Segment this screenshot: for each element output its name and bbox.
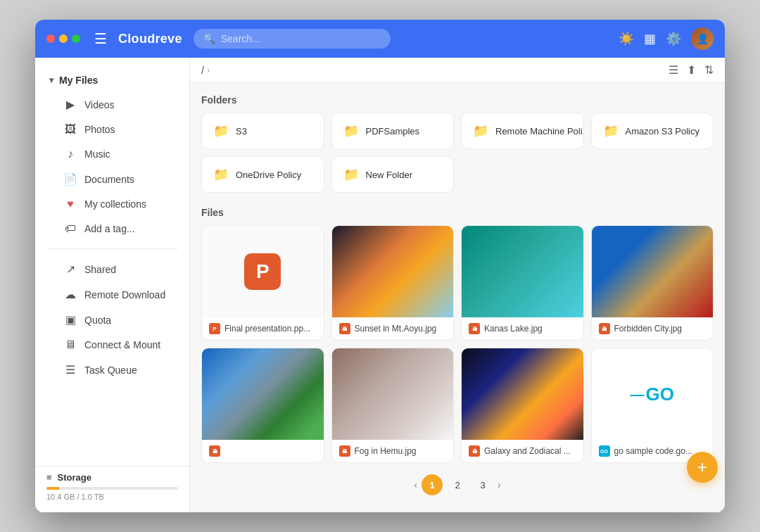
folder-icon: 📁 [213, 167, 229, 182]
sidebar-item-videos[interactable]: ▶ Videos [41, 92, 184, 117]
settings-icon[interactable]: ⚙️ [666, 31, 681, 46]
file-item[interactable]: 🏔 Fog in Hemu.jpg [331, 348, 455, 463]
ppt-badge: P [209, 323, 220, 334]
sidebar-item-remote-download[interactable]: ☁ Remote Download [41, 282, 184, 307]
sort-icon[interactable]: ⇅ [704, 63, 714, 77]
img-badge: 🏔 [599, 323, 610, 334]
file-thumbnail [332, 226, 454, 317]
folder-name: PDFSamples [366, 126, 420, 137]
next-page-button[interactable]: › [498, 479, 501, 490]
add-button[interactable]: + [687, 452, 718, 483]
file-name: Fog in Hemu.jpg [355, 446, 417, 456]
folder-item[interactable]: 📁 S3 [201, 113, 324, 149]
files-section-title: Files [201, 207, 714, 218]
folder-item[interactable]: 📁 New Folder [331, 156, 455, 193]
folder-name: Amazon S3 Policy [626, 126, 700, 137]
folder-item[interactable]: 📁 Amazon S3 Policy [591, 113, 714, 149]
close-button[interactable] [46, 34, 55, 43]
img-badge: 🏔 [339, 323, 350, 334]
minimize-button[interactable] [59, 34, 68, 43]
prev-page-button[interactable]: ‹ [414, 479, 417, 490]
sidebar-item-label: Task Queue [84, 365, 137, 376]
utility-section: ↗ Shared ☁ Remote Download ▣ Quota 🖥 Con… [35, 253, 189, 386]
go-badge: GO [599, 445, 610, 457]
toolbar-icons: ☰ ⬆ ⇅ [669, 63, 714, 77]
go-logo: —GO [631, 384, 674, 405]
folder-item[interactable]: 📁 Remote Machine Poli... [461, 113, 584, 149]
theme-icon[interactable]: ☀️ [619, 31, 634, 46]
sidebar-item-tag[interactable]: 🏷 Add a tag... [41, 217, 184, 241]
content-toolbar: / › ☰ ⬆ ⇅ [190, 58, 725, 83]
share-icon: ↗ [63, 262, 77, 276]
folder-icon: 📁 [213, 123, 229, 139]
file-item[interactable]: 🏔 Forbidden City.jpg [591, 225, 714, 341]
img-badge: 🏔 [469, 445, 480, 457]
search-input[interactable] [221, 33, 381, 44]
maximize-button[interactable] [72, 34, 80, 43]
sidebar-item-connect-mount[interactable]: 🖥 Connect & Mount [41, 333, 184, 357]
file-name: Galaxy and Zodiacal ... [484, 446, 571, 456]
file-name: Kanas Lake.jpg [484, 324, 543, 334]
file-item[interactable]: —GO GO go sample code.go... [591, 348, 714, 463]
folder-icon: 📁 [343, 167, 359, 182]
my-files-label: My Files [59, 75, 98, 86]
main-layout: ▾ My Files ▶ Videos 🖼 Photos ♪ Music 📄 [35, 58, 725, 512]
sidebar-item-music[interactable]: ♪ Music [41, 142, 184, 166]
folder-item[interactable]: 📁 PDFSamples [331, 113, 455, 149]
sidebar-item-quota[interactable]: ▣ Quota [41, 308, 184, 332]
heart-icon: ♥ [63, 198, 77, 210]
file-name: Forbidden City.jpg [614, 324, 683, 334]
file-item[interactable]: 🏔 Kanas Lake.jpg [461, 225, 584, 341]
sidebar-item-label: Remote Download [84, 289, 165, 300]
page-1-button[interactable]: 1 [422, 474, 443, 495]
content-area: / › ☰ ⬆ ⇅ Folders 📁 S3 📁 [190, 58, 725, 512]
sidebar-item-documents[interactable]: 📄 Documents [41, 167, 184, 191]
ppt-icon: P [244, 253, 281, 290]
main-window: ☰ Cloudreve 🔍 ☀️ ▦ ⚙️ 👤 ▾ My Files ▶ Vid… [35, 20, 725, 512]
page-2-button[interactable]: 2 [447, 474, 468, 495]
task-icon: ☰ [63, 363, 77, 376]
traffic-lights [46, 34, 80, 43]
quota-icon: ▣ [63, 313, 77, 327]
sidebar-item-shared[interactable]: ↗ Shared [41, 257, 184, 281]
cloud-icon: ☁ [63, 288, 77, 301]
file-name: Final presentation.pp... [224, 324, 310, 334]
file-info: 🏔 Fog in Hemu.jpg [332, 440, 454, 462]
file-info: 🏔 Forbidden City.jpg [592, 317, 714, 340]
folder-item[interactable]: 📁 OneDrive Policy [201, 156, 324, 193]
menu-icon[interactable]: ☰ [94, 30, 107, 47]
sidebar-item-task-queue[interactable]: ☰ Task Queue [41, 357, 184, 382]
upload-icon[interactable]: ⬆ [687, 63, 696, 77]
page-3-button[interactable]: 3 [472, 474, 493, 495]
file-item[interactable]: 🏔 Sunset in Mt.Aoyu.jpg [331, 225, 455, 341]
file-thumbnail [332, 348, 454, 440]
storage-label: ≡ Storage [46, 472, 178, 483]
img-badge: 🏔 [339, 445, 350, 457]
pagination: ‹ 1 2 3 › [201, 463, 714, 501]
file-info: 🏔 Sunset in Mt.Aoyu.jpg [332, 317, 454, 340]
file-info: 🏔 Galaxy and Zodiacal ... [462, 440, 583, 462]
grid-view-icon[interactable]: ▦ [644, 31, 656, 46]
file-name: Sunset in Mt.Aoyu.jpg [355, 324, 437, 334]
sidebar-item-collections[interactable]: ♥ My collections [41, 192, 184, 216]
file-thumbnail: P [202, 226, 324, 317]
file-item[interactable]: 🏔 [201, 348, 324, 463]
sidebar-item-photos[interactable]: 🖼 Photos [41, 118, 184, 141]
my-files-section: ▾ My Files ▶ Videos 🖼 Photos ♪ Music 📄 [35, 66, 189, 244]
content-scroll: Folders 📁 S3 📁 PDFSamples 📁 Remote Machi… [190, 83, 725, 512]
file-item[interactable]: 🏔 Galaxy and Zodiacal ... [461, 348, 584, 463]
search-bar[interactable]: 🔍 [194, 29, 391, 49]
file-thumbnail [462, 348, 583, 440]
file-info: 🏔 [202, 440, 324, 462]
file-name: go sample code.go... [614, 446, 692, 456]
chevron-down-icon: ▾ [49, 75, 53, 85]
list-view-icon[interactable]: ☰ [669, 63, 678, 77]
file-item[interactable]: P P Final presentation.pp... [201, 225, 324, 341]
files-grid: P P Final presentation.pp... 🏔 Sunset in… [201, 225, 714, 463]
sidebar: ▾ My Files ▶ Videos 🖼 Photos ♪ Music 📄 [35, 58, 190, 512]
file-thumbnail [202, 348, 324, 440]
my-files-header[interactable]: ▾ My Files [35, 69, 189, 91]
breadcrumb-root[interactable]: / [201, 64, 204, 76]
avatar[interactable]: 👤 [691, 27, 714, 50]
breadcrumb-arrow[interactable]: › [207, 65, 210, 75]
